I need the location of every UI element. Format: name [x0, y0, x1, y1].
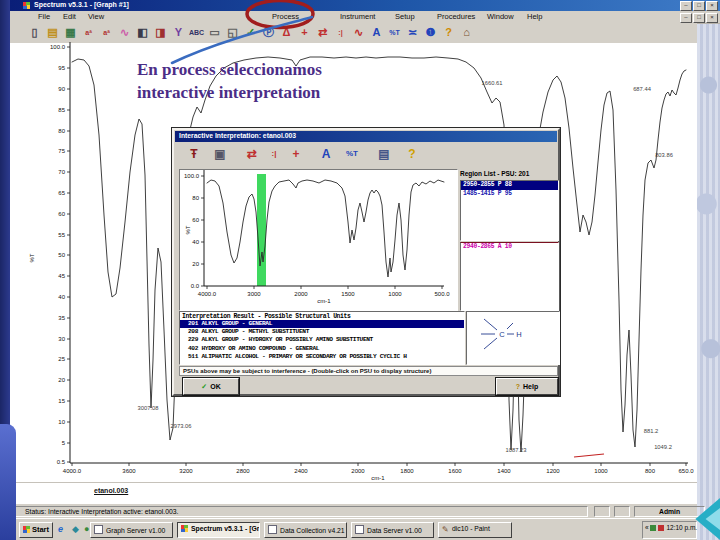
start-button[interactable]: Start: [19, 522, 53, 538]
window-maximize-button[interactable]: □: [693, 13, 705, 23]
paint-task-icon: ✎: [442, 525, 449, 532]
region-list-item[interactable]: 2940-2865 A 10: [461, 243, 558, 252]
app-title: Spectrum v5.3.1 - [Graph #1]: [34, 1, 129, 8]
result-row[interactable]: 402 HYDROXY OR AMINO COMPOUND - GENERAL: [180, 345, 464, 353]
copy-page-icon[interactable]: ◱: [224, 24, 241, 41]
taskbar-task-3[interactable]: Data Collection v4.21: [264, 522, 347, 538]
curve-tab-etanol[interactable]: etanol.003: [94, 487, 128, 494]
ie-icon[interactable]: e: [58, 524, 63, 535]
save-list-icon[interactable]: ▦: [62, 24, 79, 41]
ok-button[interactable]: ✓OK: [183, 378, 239, 395]
crosshair-icon[interactable]: +: [296, 24, 313, 41]
menu-setup[interactable]: Setup: [395, 12, 415, 21]
curve-tool-icon[interactable]: ∿: [350, 24, 367, 41]
slide: Spectrum v5.3.1 - [Graph #1] –□× –□× Fil…: [0, 0, 720, 540]
view-split1-icon[interactable]: ◧: [134, 24, 151, 41]
window-minimize-button[interactable]: –: [680, 1, 692, 11]
window-close-button[interactable]: ×: [706, 13, 718, 23]
format-a1-icon[interactable]: aª: [80, 24, 97, 41]
tray-status-icon[interactable]: [650, 525, 656, 531]
taskbar-task-5[interactable]: ✎dic10 - Paint: [438, 522, 512, 538]
result-row[interactable]: 208 ALKYL GROUP - METHYL SUBSTITUENT: [180, 328, 464, 336]
peak-triangle-icon[interactable]: Δ: [278, 24, 295, 41]
dialog-percent-t-icon[interactable]: %T: [342, 144, 362, 164]
zoom-p-icon[interactable]: Ⓟ: [260, 24, 277, 41]
dialog-title-bar[interactable]: Interactive Interpretation: etanol.003: [175, 131, 557, 142]
tray-collapse-button[interactable]: «: [645, 524, 649, 531]
dialog-text-a-icon[interactable]: A: [316, 144, 336, 164]
windows-flag-icon: [23, 526, 30, 533]
slide-annotation: En process seleccionamos interactive int…: [137, 58, 322, 104]
menu-procedures[interactable]: Procedures: [437, 12, 475, 21]
info-one-icon[interactable]: ❶: [422, 24, 439, 41]
dialog-spectrum-panel: [179, 169, 458, 311]
dialog-expand-x-icon[interactable]: ⇄: [242, 144, 262, 164]
tray-volume-icon[interactable]: [658, 525, 664, 531]
region-list-item[interactable]: 2950-2855 P 88: [461, 181, 558, 190]
percent-t-icon[interactable]: %T: [386, 24, 403, 41]
window-controls-app: –□×: [680, 1, 718, 11]
interpretation-results-list[interactable]: Interpretation Result - Possible Structu…: [179, 311, 465, 365]
menu-process[interactable]: Process: [272, 12, 299, 21]
result-row[interactable]: 201 ALKYL GROUP - GENERAL: [180, 320, 464, 328]
status-cell-1: [594, 506, 610, 517]
dialog-report-check-icon[interactable]: ▣: [210, 144, 230, 164]
dialog-help-icon[interactable]: ?: [402, 144, 422, 164]
desktop-icon[interactable]: ◆: [72, 524, 79, 535]
question-icon: ?: [516, 383, 520, 390]
taskbar-task-2[interactable]: Spectrum v5.3.1 - [Gr...: [177, 522, 260, 538]
menu-help[interactable]: Help: [527, 12, 542, 21]
menu-view[interactable]: View: [88, 12, 104, 21]
window-minimize-button[interactable]: –: [680, 13, 692, 23]
status-bar: Status: Interactive Interpretation activ…: [10, 503, 697, 519]
abc-label-icon[interactable]: ABC: [188, 24, 205, 41]
sample-table-icon[interactable]: Y: [170, 24, 187, 41]
dialog-message: PSUs above may be subject to interferenc…: [179, 366, 558, 376]
dialog-cursor-pair-icon[interactable]: :|: [264, 144, 284, 164]
new-file-icon[interactable]: ▯: [26, 24, 43, 41]
menu-window[interactable]: Window: [487, 12, 514, 21]
view-split2-icon[interactable]: ◨: [152, 24, 169, 41]
menu-file[interactable]: File: [38, 12, 50, 21]
check-tool-icon[interactable]: ✓: [242, 24, 259, 41]
region-list-box-2[interactable]: 2940-2865 A 10: [460, 242, 559, 311]
taskbar-task-4[interactable]: Data Server v1.00: [351, 522, 434, 538]
baseline-icon[interactable]: ≍: [404, 24, 421, 41]
system-tray: « 12:10 p.m.: [642, 521, 697, 539]
print-icon[interactable]: ▭: [206, 24, 223, 41]
channels-icon[interactable]: ●: [84, 524, 89, 535]
overlay-spectra-icon[interactable]: ∿: [116, 24, 133, 41]
window-controls-document: –□×: [680, 13, 718, 23]
status-text: Status: Interactive Interpretation activ…: [14, 506, 588, 517]
format-a2-icon[interactable]: aª: [98, 24, 115, 41]
region-list-item[interactable]: 1485-1415 P 95: [461, 190, 558, 199]
dialog-details-list-icon[interactable]: ▤: [374, 144, 394, 164]
slide-right-strip: [697, 23, 720, 540]
menu-edit[interactable]: Edit: [63, 12, 76, 21]
result-row[interactable]: 511 ALIPHATIC ALCOHOL - PRIMARY OR SECON…: [180, 353, 464, 361]
results-header: Interpretation Result - Possible Structu…: [180, 312, 464, 320]
taskbar-task-1[interactable]: Graph Server v1.00: [90, 522, 173, 538]
status-cell-2: [614, 506, 630, 517]
help-button[interactable]: ?Help: [496, 378, 558, 395]
region-list-box-1[interactable]: 2950-2855 P 881485-1415 P 95: [460, 180, 559, 241]
exit-door-icon[interactable]: ⌂: [458, 24, 475, 41]
window-close-button[interactable]: ×: [706, 1, 718, 11]
cursor-pair-icon[interactable]: :|: [332, 24, 349, 41]
expand-x-icon[interactable]: ⇄: [314, 24, 331, 41]
region-list-header: Region List - PSU: 201: [460, 170, 529, 177]
task-icon: [268, 525, 277, 534]
result-row[interactable]: 229 ALKYL GROUP - HYDROXY OR POSSIBLY AM…: [180, 336, 464, 344]
menu-instrument[interactable]: Instrument: [340, 12, 375, 21]
dialog-region-tool-icon[interactable]: Ŧ: [184, 144, 204, 164]
text-a-icon[interactable]: A: [368, 24, 385, 41]
annotation-line-1: En process seleccionamos: [137, 58, 322, 81]
task-icon: [94, 525, 103, 534]
taskbar: Start e◆●Graph Server v1.00Spectrum v5.3…: [0, 518, 697, 540]
help-icon[interactable]: ?: [440, 24, 457, 41]
spectrum-task-icon: [181, 525, 188, 532]
open-folder-icon[interactable]: ▤: [44, 24, 61, 41]
structure-preview-panel: [466, 311, 560, 365]
dialog-crosshair-icon[interactable]: +: [286, 144, 306, 164]
window-maximize-button[interactable]: □: [693, 1, 705, 11]
